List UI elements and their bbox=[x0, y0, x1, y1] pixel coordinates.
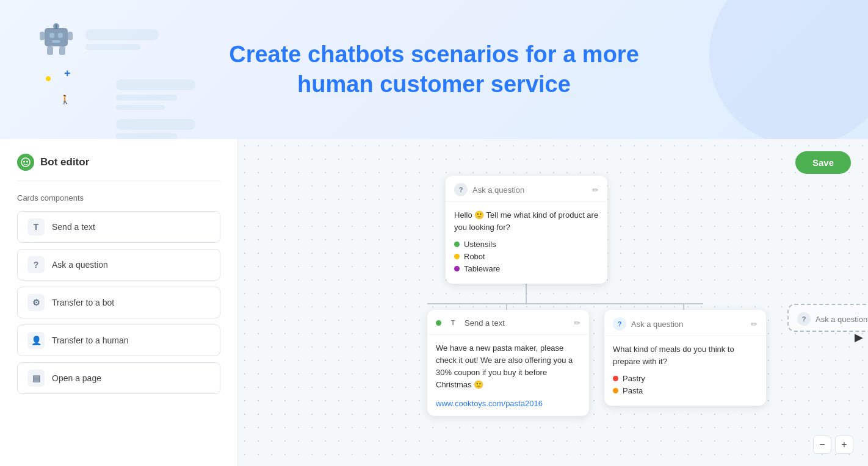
sidebar-header: Bot editor bbox=[17, 154, 220, 181]
sidebar-item-transfer-human[interactable]: 👤 Transfer to a human bbox=[17, 324, 220, 356]
hero-bubble-7 bbox=[116, 133, 177, 139]
ask-question-card-3: ? bbox=[787, 304, 868, 332]
hero-bubble-5 bbox=[116, 105, 165, 110]
ask-question-card-top: ? ✏ Hello 🙂 Tell me what kind of product… bbox=[446, 176, 607, 284]
sidebar-item-send-text[interactable]: T Send a text bbox=[17, 211, 220, 243]
option-robot-label: Robot bbox=[464, 252, 485, 261]
ask-question-card-2-header: ? ✏ bbox=[604, 310, 766, 336]
sidebar-section-label: Cards components bbox=[17, 193, 220, 203]
send-text-active-dot bbox=[436, 320, 441, 326]
open-page-label: Open a page bbox=[52, 373, 101, 383]
zoom-out-button[interactable]: − bbox=[813, 436, 831, 454]
dot-orange-icon bbox=[613, 388, 618, 393]
ask-question-card-3-icon: ? bbox=[797, 312, 811, 326]
hero-plus-icon: + bbox=[64, 67, 71, 80]
svg-rect-9 bbox=[59, 46, 65, 55]
ask-question-card-2-icon: ? bbox=[613, 317, 626, 331]
svg-rect-2 bbox=[58, 33, 63, 38]
ask-question-card-2-text: What kind of meals do you think to prepa… bbox=[613, 343, 758, 368]
save-button[interactable]: Save bbox=[795, 151, 851, 174]
svg-rect-7 bbox=[68, 32, 73, 40]
ask-question-card-2: ? ✏ What kind of meals do you think to p… bbox=[604, 310, 766, 406]
svg-rect-8 bbox=[47, 46, 53, 55]
option-pasta: Pasta bbox=[613, 386, 758, 395]
hero-person-icon: 🚶 bbox=[60, 95, 70, 104]
ask-question-card-top-input[interactable] bbox=[472, 185, 587, 195]
hero-title-line1: Create chatbots scenarios for a more bbox=[229, 41, 639, 67]
send-text-icon: T bbox=[27, 218, 45, 235]
sidebar-item-open-page[interactable]: ▤ Open a page bbox=[17, 362, 220, 394]
svg-rect-0 bbox=[45, 28, 68, 46]
send-text-card-2-text: We have a new pasta maker, please check … bbox=[436, 342, 580, 392]
ask-question-icon: ? bbox=[27, 256, 45, 273]
send-text-card-2-label: Send a text bbox=[465, 318, 569, 328]
send-text-label: Send a text bbox=[52, 222, 95, 232]
option-pasta-label: Pasta bbox=[623, 386, 643, 395]
sidebar-title: Bot editor bbox=[40, 156, 89, 168]
zoom-controls: − + bbox=[813, 436, 853, 454]
svg-rect-1 bbox=[49, 33, 54, 38]
send-text-card-2-body: We have a new pasta maker, please check … bbox=[427, 335, 589, 416]
ask-question-card-top-text: Hello 🙂 Tell me what kind of product are… bbox=[454, 209, 599, 234]
hero-bubble-2 bbox=[85, 44, 140, 50]
sidebar: Bot editor Cards components T Send a tex… bbox=[0, 139, 238, 466]
hero-bubble-3 bbox=[116, 79, 195, 90]
dot-yellow-icon bbox=[454, 254, 460, 259]
sidebar-item-ask-question[interactable]: ? Ask a question bbox=[17, 249, 220, 281]
canvas-area: Save ? ✏ Hello 🙂 Tell me what kind of pr… bbox=[238, 139, 868, 466]
svg-rect-6 bbox=[40, 32, 45, 40]
hero-title: Create chatbots scenarios for a more hum… bbox=[229, 40, 639, 100]
open-page-icon: ▤ bbox=[27, 370, 45, 387]
hero-circle-deco bbox=[709, 0, 868, 139]
option-ustensils-label: Ustensils bbox=[464, 240, 496, 249]
ask-question-card-top-icon: ? bbox=[454, 183, 468, 196]
hero-robot-icon bbox=[40, 18, 73, 55]
transfer-human-label: Transfer to a human bbox=[52, 335, 129, 345]
hero-title-line2: human customer service bbox=[297, 71, 571, 97]
ask-question-card-2-edit-icon[interactable]: ✏ bbox=[751, 320, 758, 329]
hero-bubble-4 bbox=[116, 95, 177, 101]
option-pastry-label: Pastry bbox=[623, 374, 645, 383]
option-tableware-label: Tableware bbox=[464, 264, 500, 273]
option-pastry: Pastry bbox=[613, 374, 758, 383]
zoom-in-button[interactable]: + bbox=[835, 436, 853, 454]
svg-point-10 bbox=[21, 158, 30, 167]
ask-question-card-2-body: What kind of meals do you think to prepa… bbox=[604, 336, 766, 406]
bot-editor-icon bbox=[17, 154, 34, 171]
svg-rect-3 bbox=[52, 40, 60, 43]
send-text-card-2-edit-icon[interactable]: ✏ bbox=[574, 318, 580, 328]
send-text-card-2-link[interactable]: www.cooktoys.com/pasta2016 bbox=[436, 399, 543, 408]
ask-question-card-3-header: ? bbox=[789, 305, 868, 331]
hero-yellow-dot bbox=[46, 76, 51, 81]
svg-point-11 bbox=[23, 161, 25, 163]
dot-green-icon bbox=[454, 242, 460, 247]
svg-point-12 bbox=[26, 161, 28, 163]
hero-bubble-6 bbox=[116, 119, 195, 130]
hero-section: + 🚶 Create chatbots scenarios for a more… bbox=[0, 0, 868, 139]
ask-question-card-top-edit-icon[interactable]: ✏ bbox=[592, 185, 599, 195]
transfer-human-icon: 👤 bbox=[27, 332, 45, 349]
cursor-indicator: ▶ bbox=[855, 331, 863, 344]
send-text-card-2: T Send a text ✏ We have a new pasta make… bbox=[427, 310, 589, 416]
send-text-card-2-header: T Send a text ✏ bbox=[427, 310, 589, 335]
ask-question-card-top-body: Hello 🙂 Tell me what kind of product are… bbox=[446, 202, 607, 284]
option-robot: Robot bbox=[454, 252, 599, 261]
ask-question-card-3-input[interactable] bbox=[816, 315, 868, 324]
send-text-card-2-icon: T bbox=[446, 316, 460, 329]
transfer-bot-label: Transfer to a bot bbox=[52, 298, 114, 307]
hero-bubble-1 bbox=[85, 29, 159, 40]
ask-question-card-top-header: ? ✏ bbox=[446, 176, 607, 202]
dot-red-icon bbox=[613, 376, 618, 381]
option-tableware: Tableware bbox=[454, 264, 599, 273]
ask-question-card-2-input[interactable] bbox=[631, 320, 746, 329]
ask-question-label: Ask a question bbox=[52, 260, 108, 270]
dot-purple-icon bbox=[454, 266, 460, 271]
transfer-bot-icon: ⚙ bbox=[27, 294, 45, 311]
option-ustensils: Ustensils bbox=[454, 240, 599, 249]
main-layout: Bot editor Cards components T Send a tex… bbox=[0, 139, 868, 466]
sidebar-item-transfer-bot[interactable]: ⚙ Transfer to a bot bbox=[17, 287, 220, 318]
